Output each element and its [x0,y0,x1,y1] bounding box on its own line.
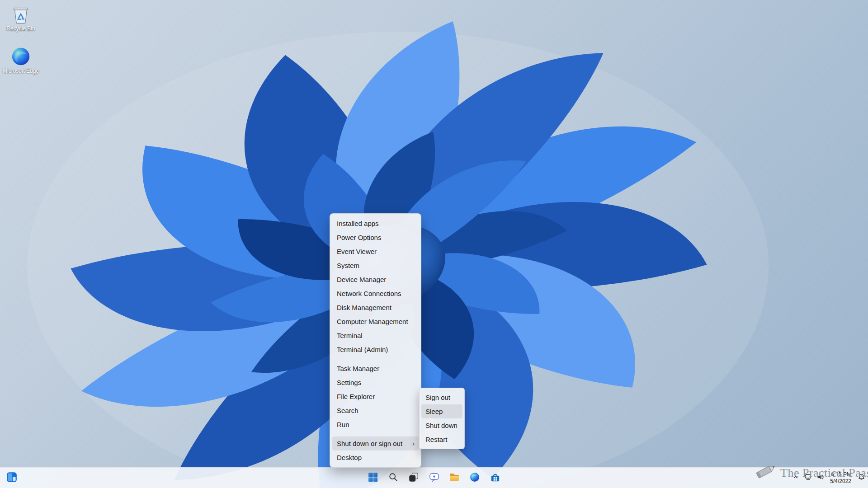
clock[interactable]: 6:15 PM 5/4/2022 [828,470,853,486]
submenu-item-restart[interactable]: Restart [421,432,462,446]
menu-item-settings[interactable]: Settings [332,375,419,389]
menu-item-system[interactable]: System [332,258,419,272]
file-explorer-icon [449,472,460,484]
chevron-up-icon [793,474,799,482]
start-icon [368,472,378,484]
search-icon [388,472,398,484]
submenu-item-sign-out[interactable]: Sign out [421,390,462,404]
search-button[interactable] [384,469,402,487]
menu-item-desktop[interactable]: Desktop [332,450,419,465]
menu-item-terminal-admin[interactable]: Terminal (Admin) [332,343,419,357]
winx-context-menu: Installed apps Power Options Event Viewe… [330,213,421,468]
chat-icon [429,472,439,484]
menu-item-power-options[interactable]: Power Options [332,230,419,244]
network-icon [804,473,812,483]
menu-item-disk-management[interactable]: Disk Management [332,300,419,314]
menu-item-task-manager[interactable]: Task Manager [332,361,419,375]
menu-item-installed-apps[interactable]: Installed apps [332,216,419,230]
widgets-icon [6,471,18,485]
volume-button[interactable] [816,474,824,482]
menu-item-computer-management[interactable]: Computer Management [332,314,419,328]
menu-item-event-viewer[interactable]: Event Viewer [332,244,419,258]
desktop-icon-recycle-bin[interactable]: Recycle Bin [0,4,42,32]
menu-item-device-manager[interactable]: Device Manager [332,272,419,286]
edge-button[interactable] [466,469,484,487]
menu-separator [330,359,421,359]
edge-icon [10,46,31,67]
chevron-right-icon: › [412,436,415,450]
submenu-item-shut-down[interactable]: Shut down [421,418,462,432]
menu-item-file-explorer[interactable]: File Explorer [332,389,419,404]
menu-item-shutdown-signout[interactable]: Shut down or sign out › [332,436,419,450]
clock-time: 6:15 PM [830,471,851,478]
desktop-icon-microsoft-edge[interactable]: Microsoft Edge [0,46,42,75]
store-button[interactable] [486,469,504,487]
taskbar: 6:15 PM 5/4/2022 [0,467,868,488]
edge-icon [469,472,480,484]
system-tray: 6:15 PM 5/4/2022 [792,468,865,488]
chat-button[interactable] [425,469,443,487]
recycle-bin-icon [10,4,31,24]
bell-icon [858,473,865,483]
menu-separator [330,434,421,434]
menu-item-terminal[interactable]: Terminal [332,328,419,343]
widgets-button[interactable] [3,469,21,487]
clock-date: 5/4/2022 [830,478,851,485]
task-view-icon [409,472,419,484]
store-icon [490,472,500,484]
file-explorer-button[interactable] [445,469,463,487]
network-button[interactable] [804,474,812,482]
start-button[interactable] [364,469,382,487]
power-submenu: Sign out Sleep Shut down Restart [419,388,465,449]
notification-center-button[interactable] [857,474,865,482]
desktop-icon-label: Microsoft Edge [0,68,42,75]
submenu-item-sleep[interactable]: Sleep [421,404,462,418]
desktop-icon-label: Recycle Bin [0,26,42,32]
hidden-icons-button[interactable] [792,474,800,482]
volume-icon [816,473,824,483]
menu-item-run[interactable]: Run [332,418,419,432]
task-view-button[interactable] [405,469,423,487]
menu-item-network-connections[interactable]: Network Connections [332,286,419,300]
menu-item-search[interactable]: Search [332,404,419,418]
